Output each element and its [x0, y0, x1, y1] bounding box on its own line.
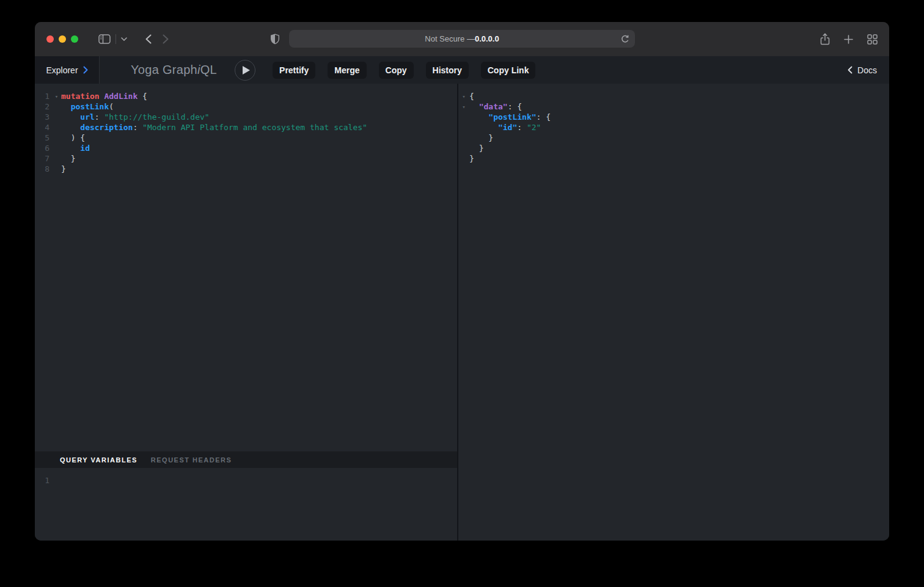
query-editor-code[interactable]: mutation AddLink { postLink( url: "http:… — [61, 91, 367, 451]
explorer-label: Explorer — [46, 65, 78, 75]
code-token: { — [138, 92, 147, 101]
code-line[interactable]: } — [61, 153, 367, 164]
code-line[interactable]: postLink( — [61, 101, 367, 112]
tab-request-headers[interactable]: REQUEST HEADERS — [151, 456, 232, 464]
code-token: } — [469, 154, 474, 163]
code-token — [61, 123, 80, 132]
code-token — [469, 133, 488, 142]
gutter-row: 8 — [35, 164, 61, 174]
fold-arrow-icon[interactable]: ▾ — [460, 93, 468, 100]
line-number: 1 — [35, 476, 50, 485]
code-line[interactable]: description: "Modern API Platform and ec… — [61, 122, 367, 133]
tab-query-variables[interactable]: QUERY VARIABLES — [60, 456, 138, 464]
gutter-row — [460, 153, 469, 164]
forward-button[interactable] — [163, 34, 169, 44]
code-line: } — [469, 143, 551, 153]
graphiql-toolbar: Explorer Yoga GraphiQL Prettify Merge Co… — [35, 56, 889, 84]
code-line: "id": "2" — [469, 122, 551, 133]
code-token: mutation — [61, 92, 100, 101]
code-token: : — [517, 123, 527, 132]
share-icon[interactable] — [820, 33, 830, 45]
url-host: 0.0.0.0 — [475, 34, 499, 43]
copy-link-button[interactable]: Copy Link — [481, 62, 536, 79]
line-number: 6 — [35, 144, 50, 153]
code-token — [61, 112, 80, 122]
close-window-button[interactable] — [46, 35, 54, 43]
gutter-row: 1▾ — [35, 91, 61, 101]
gutter-row: 6 — [35, 143, 61, 153]
code-token — [469, 112, 488, 122]
code-token: "2" — [527, 123, 541, 132]
code-line: { — [469, 91, 551, 101]
new-tab-icon[interactable] — [844, 35, 853, 44]
graphiql-content: 1▾2345678 mutation AddLink { postLink( u… — [35, 84, 889, 541]
play-icon — [243, 66, 250, 75]
query-variables-editor[interactable]: 1 — [35, 468, 457, 541]
fold-arrow-icon[interactable]: ▾ — [460, 104, 468, 110]
code-token: : — [133, 123, 142, 132]
line-number: 7 — [35, 154, 50, 163]
minimize-window-button[interactable] — [59, 35, 66, 43]
app-logo: Yoga GraphiQL — [131, 63, 217, 77]
code-line[interactable]: ) { — [61, 133, 367, 143]
code-token: } — [488, 133, 493, 142]
zoom-window-button[interactable] — [71, 35, 78, 43]
reload-icon[interactable] — [621, 34, 629, 43]
chevron-down-icon[interactable] — [121, 37, 127, 41]
explorer-toggle[interactable]: Explorer — [35, 56, 100, 84]
code-token: } — [71, 154, 76, 163]
code-token: ( — [109, 102, 114, 111]
code-token: ) { — [71, 133, 85, 142]
code-token: "Modern API Platform and ecosystem that … — [142, 123, 367, 132]
query-pane: 1▾2345678 mutation AddLink { postLink( u… — [35, 84, 457, 541]
line-number: 5 — [35, 133, 50, 142]
code-token: "data" — [479, 102, 508, 111]
gutter-row: 3 — [35, 112, 61, 122]
gutter-row: 4 — [35, 122, 61, 133]
gutter-row: 1 — [35, 475, 61, 486]
back-button[interactable] — [145, 34, 152, 44]
sidebar-toggle-icon[interactable] — [98, 34, 111, 44]
gutter-row: ▾ — [460, 91, 469, 101]
gutter-row: 7 — [35, 153, 61, 164]
variables-tab-bar: QUERY VARIABLES REQUEST HEADERS — [35, 451, 457, 468]
desktop: { "browser": { "url_secure_label": "Not … — [0, 0, 924, 587]
code-token: id — [80, 144, 90, 153]
code-token: AddLink — [104, 92, 138, 101]
code-line[interactable]: url: "http://the-guild.dev" — [61, 112, 367, 122]
browser-window: Not Secure — 0.0.0.0 — [35, 22, 889, 541]
query-editor[interactable]: 1▾2345678 mutation AddLink { postLink( u… — [35, 84, 457, 451]
code-token: } — [61, 164, 66, 173]
address-bar[interactable]: Not Secure — 0.0.0.0 — [289, 30, 635, 48]
line-number: 3 — [35, 112, 50, 122]
history-button[interactable]: History — [426, 62, 469, 79]
line-number: 4 — [35, 123, 50, 132]
code-token: } — [479, 144, 484, 153]
browser-titlebar: Not Secure — 0.0.0.0 — [35, 22, 889, 56]
copy-button[interactable]: Copy — [379, 62, 414, 79]
query-editor-gutter: 1▾2345678 — [35, 91, 61, 451]
gutter-row — [460, 122, 469, 133]
prettify-button[interactable]: Prettify — [273, 62, 315, 79]
traffic-lights — [46, 35, 78, 43]
code-token — [469, 102, 479, 111]
tab-overview-icon[interactable] — [867, 34, 878, 45]
privacy-shield-icon[interactable] — [270, 34, 280, 45]
chevron-left-icon — [848, 66, 853, 74]
code-line[interactable]: id — [61, 143, 367, 153]
code-token: : — [95, 112, 105, 122]
code-line: "postLink": { — [469, 112, 551, 122]
code-line[interactable]: } — [61, 164, 367, 174]
docs-label: Docs — [857, 65, 877, 75]
gutter-row — [460, 143, 469, 153]
gutter-row: 2 — [35, 101, 61, 112]
merge-button[interactable]: Merge — [328, 62, 366, 79]
execute-query-button[interactable] — [235, 60, 255, 81]
docs-toggle[interactable]: Docs — [848, 65, 877, 75]
code-token — [61, 144, 80, 153]
code-token: "id" — [498, 123, 517, 132]
code-line[interactable]: mutation AddLink { — [61, 91, 367, 101]
code-token: "postLink" — [488, 112, 536, 122]
response-pane: ▾▾ { "data": { "postLink": { "id": "2" }… — [458, 84, 889, 541]
fold-arrow-icon[interactable]: ▾ — [50, 93, 61, 100]
